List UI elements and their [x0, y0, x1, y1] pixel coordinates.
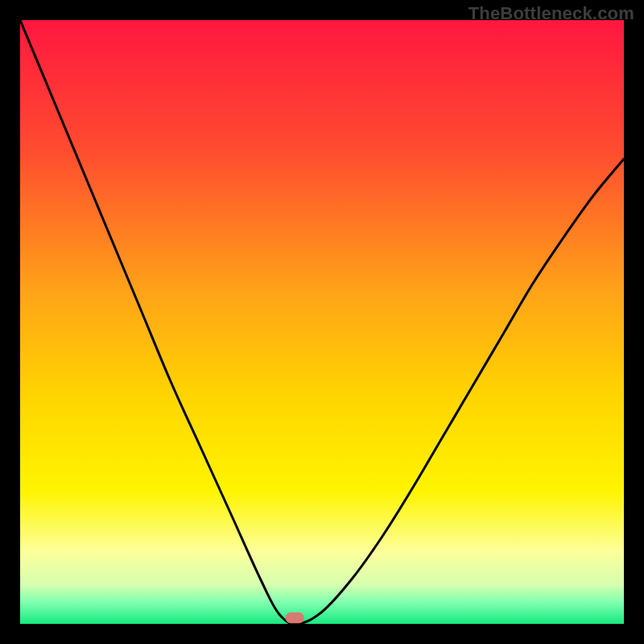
- chart-svg: [20, 20, 624, 624]
- chart-frame: TheBottleneck.com: [0, 0, 644, 644]
- plot-area: [20, 20, 624, 624]
- watermark-text: TheBottleneck.com: [469, 3, 634, 24]
- chart-background: [20, 20, 624, 624]
- optimum-marker: [286, 613, 304, 624]
